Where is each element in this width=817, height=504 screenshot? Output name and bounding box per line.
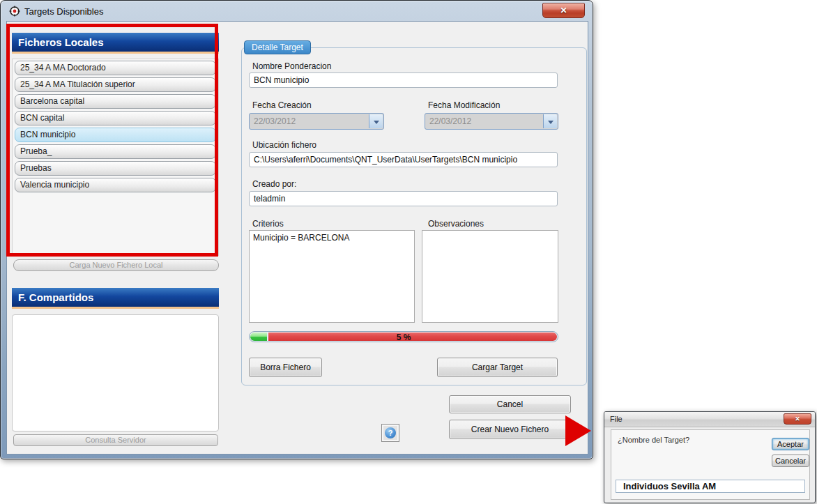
borra-fichero-button[interactable]: Borra Fichero [249, 358, 322, 377]
chevron-down-icon [548, 121, 553, 124]
fecha-creacion-label: Fecha Creación [252, 100, 312, 110]
combo-dropdown-button[interactable] [369, 114, 383, 128]
target-name-input[interactable]: Individuos Sevilla AM [616, 480, 805, 493]
nombre-ponderacion-label: Nombre Ponderacion [252, 61, 331, 71]
observaciones-label: Observaciones [428, 219, 484, 229]
help-button[interactable]: ? [381, 424, 399, 442]
detalle-target-tab: Detalle Target [244, 40, 311, 54]
file-dialog-title: File [610, 415, 623, 423]
observaciones-textarea[interactable] [422, 230, 558, 323]
ubicacion-fichero-input[interactable]: C:\Users\aferri\Documents\QNT_UserData\U… [249, 152, 558, 167]
progress-bar: 5 % [249, 331, 558, 342]
chevron-down-icon [374, 121, 379, 124]
crear-nuevo-fichero-button[interactable]: Crear Nuevo Fichero [449, 420, 571, 439]
combo-dropdown-button[interactable] [543, 114, 557, 128]
target-icon [9, 6, 20, 17]
highlight-rectangle-annotation [6, 24, 218, 257]
screenshot-canvas: Targets Disponibles ✕ Ficheros Locales 2… [0, 0, 817, 504]
close-icon[interactable]: ✕ [784, 413, 811, 425]
fecha-modificacion-label: Fecha Modificación [428, 100, 500, 110]
fecha-modificacion-value: 22/03/2012 [429, 116, 471, 126]
cancelar-button[interactable]: Cancelar [772, 455, 809, 467]
file-dialog-window: File ✕ ¿Nombre del Target? Aceptar Cance… [604, 411, 816, 503]
nombre-ponderacion-input[interactable]: BCN municipio [249, 72, 558, 88]
fecha-creacion-value: 22/03/2012 [254, 116, 296, 126]
consulta-servidor-button[interactable]: Consulta Servidor [13, 434, 218, 446]
shared-files-header: F. Compartidos [12, 288, 219, 309]
creado-por-input[interactable]: teladmin [249, 191, 558, 206]
fecha-creacion-combobox[interactable]: 22/03/2012 [249, 113, 384, 130]
ubicacion-fichero-label: Ubicación fichero [252, 140, 316, 150]
cargar-target-button[interactable]: Cargar Target [437, 358, 558, 377]
criterios-textarea[interactable]: Municipio = BARCELONA [249, 230, 415, 323]
cancel-button[interactable]: Cancel [449, 395, 571, 413]
criterios-label: Criterios [252, 219, 284, 229]
close-icon[interactable]: ✕ [542, 3, 585, 18]
shared-files-list[interactable] [12, 314, 219, 432]
target-name-prompt: ¿Nombre del Target? [618, 436, 689, 444]
fecha-modificacion-combobox[interactable]: 22/03/2012 [425, 113, 558, 130]
arrow-right-annotation [565, 415, 591, 446]
help-icon: ? [385, 427, 396, 438]
aceptar-button[interactable]: Aceptar [772, 438, 809, 450]
creado-por-label: Creado por: [252, 179, 296, 189]
carga-nuevo-fichero-local-button[interactable]: Carga Nuevo Fichero Local [13, 259, 219, 271]
window-title: Targets Disponibles [24, 6, 103, 17]
file-dialog-title-bar[interactable]: File ✕ [604, 412, 815, 427]
progress-value: 5 % [250, 333, 558, 342]
title-bar[interactable]: Targets Disponibles ✕ [1, 1, 593, 22]
